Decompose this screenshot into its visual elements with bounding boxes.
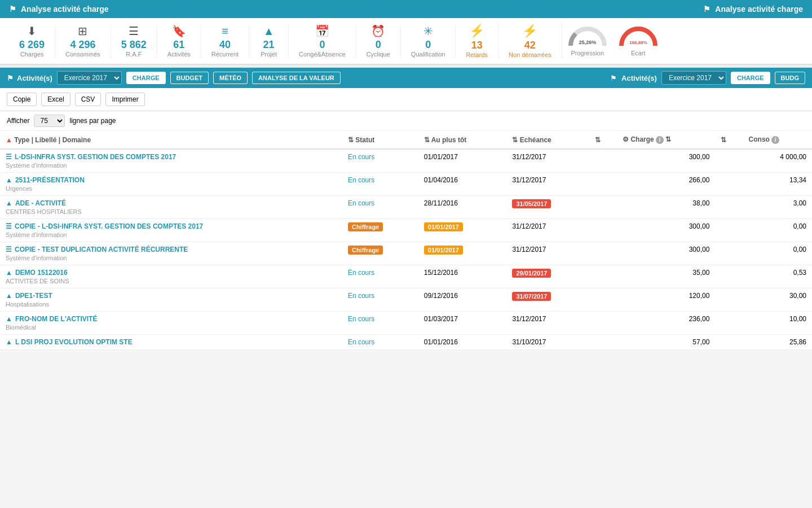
cyclique-label: Cyclique (367, 51, 390, 58)
title-text[interactable]: DEMO 15122016 (15, 269, 68, 277)
stat-non-demarrees[interactable]: ⚡ 42 Non démarrées (498, 24, 562, 58)
activity-bar-left: ⚑ Activité(s) Exercice 2017 CHARGE BUDGE… (7, 71, 341, 85)
projet-label: Projet (261, 51, 277, 58)
imprimer-button[interactable]: Imprimer (105, 93, 144, 106)
excel-button[interactable]: Excel (41, 93, 70, 106)
type-icon: ☰ (6, 153, 12, 161)
stat-raf[interactable]: ☰ 5 862 R.A.F (111, 24, 157, 58)
exercise-dropdown[interactable]: Exercice 2017 (57, 71, 122, 85)
col-conso[interactable]: Conso i (743, 131, 812, 149)
cell-charge: 300,00 (617, 149, 715, 173)
table-row: ☰ COPIE - TEST DUPLICATION ACTIVITÉ RÉCU… (0, 242, 812, 265)
stat-qualification[interactable]: ✳ 0 Qualification (401, 24, 456, 58)
cell-empty2 (715, 219, 743, 242)
stat-recurrent[interactable]: ≡ 40 Récurrent (201, 25, 249, 58)
cell-au-plus-tot: 01/01/2017 (418, 242, 507, 265)
title-text[interactable]: DPE1-TEST (15, 292, 52, 300)
tab-charge[interactable]: CHARGE (126, 72, 166, 84)
row-title: ▲ DEMO 15122016 (6, 269, 337, 277)
tab-analyse[interactable]: ANALYSE DE LA VALEUR (252, 72, 341, 84)
au-plus-tot-text: 01/04/2016 (424, 176, 458, 184)
tab-charge-right[interactable]: CHARGE (731, 72, 770, 84)
title-text[interactable]: COPIE - TEST DUPLICATION ACTIVITÉ RÉCURR… (15, 246, 188, 253)
stat-retards[interactable]: ⚡ 13 Retards (456, 24, 498, 58)
stat-cyclique[interactable]: ⏰ 0 Cyclique (356, 24, 401, 58)
title-text[interactable]: ADE - ACTIVITÉ (15, 199, 66, 207)
exercise-dropdown-right[interactable]: Exercice 2017 (661, 71, 726, 85)
cell-title: ▲ 2511-PRÉSENTATION Urgences (0, 173, 342, 196)
col-statut[interactable]: ⇅ Statut (342, 131, 418, 149)
au-plus-tot-text: 15/12/2016 (424, 269, 458, 277)
lignes-par-page-label: lignes par page (69, 117, 116, 125)
title-text[interactable]: COPIE - L-DSI-INFRA SYST. GESTION DES CO… (15, 222, 203, 230)
row-domain: Système d'information (6, 162, 337, 169)
echeance-text: 31/12/2017 (512, 315, 546, 323)
tab-meteo[interactable]: MÉTÉO (213, 72, 248, 84)
raf-value: 5 862 (121, 39, 147, 51)
cell-empty1 (589, 196, 617, 219)
au-plus-tot-text: 01/01/2016 (424, 338, 458, 346)
stat-consommes[interactable]: ⊞ 4 296 Consommés (55, 24, 111, 58)
star-icon: ✳ (423, 24, 433, 38)
tab-budget[interactable]: BUDGET (170, 72, 209, 84)
statut-text: En cours (348, 315, 374, 323)
cell-title: ▲ DPE1-TEST Hospitalisations (0, 288, 342, 312)
cell-echeance: 31/05/2017 (506, 196, 589, 219)
cell-empty2 (715, 242, 743, 265)
row-domain: Système d'information (6, 255, 337, 261)
retards-value: 13 (471, 40, 483, 51)
row-domain: Hospitalisations (6, 301, 337, 308)
stat-charges[interactable]: ⬇ 6 269 Charges (9, 24, 55, 58)
title-text[interactable]: FRO-NOM DE L'ACTIVITÉ (15, 315, 98, 323)
copie-button[interactable]: Copie (7, 93, 37, 106)
cell-conso: 0,53 (743, 265, 812, 288)
statut-text: En cours (348, 292, 374, 300)
stat-activites[interactable]: 🔖 61 Activités (157, 24, 201, 58)
echeance-text: 31/12/2017 (512, 222, 546, 230)
col-echeance[interactable]: ⇅ Echéance (506, 131, 589, 149)
col-empty1[interactable]: ⇅ (589, 131, 617, 149)
col-au-plus-tot[interactable]: ⇅ Au plus tôt (418, 131, 507, 149)
cell-empty1 (589, 312, 617, 335)
au-plus-tot-text: 28/11/2016 (424, 199, 458, 207)
title-text[interactable]: L-DSI-INFRA SYST. GESTION DES COMPTES 20… (15, 153, 176, 161)
cell-conso: 13,34 (743, 173, 812, 196)
row-domain: CENTRES HOSPITALIERS (6, 208, 337, 215)
stat-conge[interactable]: 📅 0 Congé&Absence (289, 24, 356, 58)
activity-flag-icon: ⚑ (7, 74, 14, 82)
statut-text: En cours (348, 199, 374, 207)
calendar-icon: 📅 (315, 24, 329, 38)
charge-info-icon[interactable]: i (656, 136, 664, 144)
col-type-libelle[interactable]: ▲ Type | Libellé | Domaine (0, 131, 342, 149)
cell-statut: En cours (342, 265, 418, 288)
header-left: ⚑ Analyse activité charge (9, 5, 109, 14)
cell-charge: 57,00 (617, 335, 715, 350)
col-charge[interactable]: ⚙ Charge i ⇅ (617, 131, 715, 149)
table-row: ☰ COPIE - L-DSI-INFRA SYST. GESTION DES … (0, 219, 812, 242)
col-empty2[interactable]: ⇅ (715, 131, 743, 149)
non-demarrees-label: Non démarrées (509, 51, 551, 58)
type-icon: ☰ (6, 246, 12, 253)
cell-statut: En cours (342, 149, 418, 173)
activity-flag-icon-right: ⚑ (610, 74, 617, 82)
echeance-text: 31/12/2017 (512, 153, 546, 161)
svg-text:166,88%: 166,88% (629, 40, 647, 45)
type-icon: ☰ (6, 222, 12, 230)
statut-text: En cours (348, 176, 374, 184)
title-text[interactable]: 2511-PRÉSENTATION (15, 176, 85, 184)
csv-button[interactable]: CSV (75, 93, 102, 106)
title-text[interactable]: L DSI PROJ EVOLUTION OPTIM STE (15, 338, 133, 346)
recurrent-value: 40 (219, 39, 231, 51)
cell-title: ▲ FRO-NOM DE L'ACTIVITÉ Biomédical (0, 312, 342, 335)
stat-projet[interactable]: ▲ 21 Projet (249, 25, 289, 58)
conso-info-icon[interactable]: i (771, 136, 779, 144)
cell-conso: 0,00 (743, 242, 812, 265)
ecart-label: Ecart (631, 50, 646, 56)
lines-per-page-select[interactable]: 75 25 50 100 (34, 115, 65, 127)
tab-budg-right[interactable]: BUDG (775, 72, 805, 84)
cell-echeance: 31/12/2017 (506, 173, 589, 196)
statut-text: En cours (348, 153, 374, 161)
echeance-badge: 31/07/2017 (512, 292, 551, 301)
bolt-icon: ⚡ (469, 24, 484, 38)
type-icon: ▲ (6, 315, 12, 323)
